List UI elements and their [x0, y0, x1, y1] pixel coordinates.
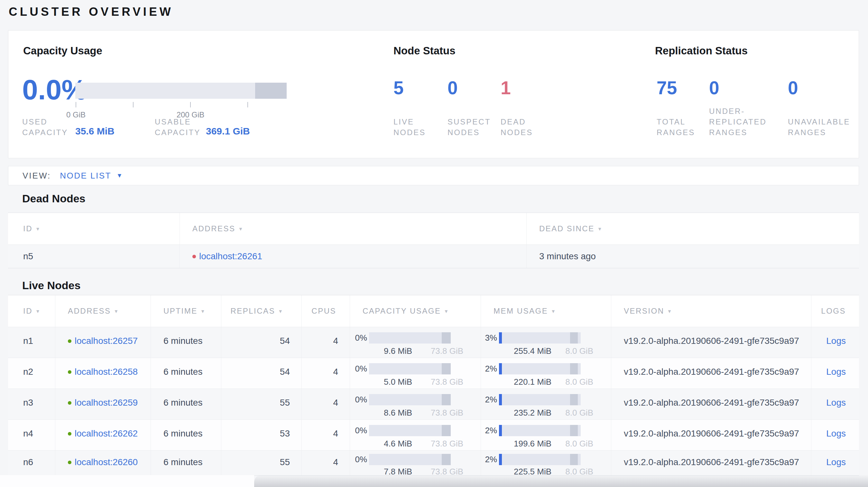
logs-link[interactable]: Logs [826, 397, 846, 408]
mem-usage-cell: 2% 235.2 MiB8.0 GiB [481, 389, 611, 419]
column-header-address[interactable]: ADDRESS▼ [180, 213, 527, 245]
mem-total-value: 8.0 GiB [565, 467, 593, 476]
dead-since-cell: 3 minutes ago [527, 245, 859, 268]
mem-used-value: 225.5 MiB [514, 467, 551, 476]
axis-tick [133, 102, 133, 107]
version-cell: v19.2.0-alpha.20190606-2491-gfe735c9a97 [611, 420, 811, 450]
cpus-cell: 4 [302, 420, 350, 450]
logs-cell: Logs [811, 451, 859, 476]
dead-nodes-table: ID▼ ADDRESS▼ DEAD SINCE▼ n5 localhost:26… [8, 213, 859, 268]
mem-used-value: 255.4 MiB [514, 346, 551, 356]
sort-arrow-icon: ▼ [278, 309, 283, 314]
usable-capacity-value: 369.1 GiB [206, 126, 250, 137]
node-address-link[interactable]: localhost:26262 [75, 428, 138, 439]
capacity-total-value: 73.8 GiB [431, 467, 463, 476]
suspect-nodes-label: SUSPECT NODES [447, 117, 491, 138]
node-address-link[interactable]: localhost:26257 [75, 336, 138, 346]
capacity-used-value: 9.6 MiB [384, 346, 412, 356]
capacity-used-value: 5.0 MiB [384, 377, 412, 387]
mem-percent: 2% [481, 426, 497, 435]
node-live-status-icon [68, 432, 71, 435]
column-header-id[interactable]: ID▼ [8, 295, 55, 327]
logs-link[interactable]: Logs [826, 428, 846, 439]
mem-percent: 2% [481, 395, 497, 404]
mem-usage-cell: 2% 225.5 MiB8.0 GiB [481, 451, 611, 476]
page-title: CLUSTER OVERVIEW [9, 5, 174, 19]
mem-usage-cell: 2% 199.6 MiB8.0 GiB [481, 420, 611, 450]
axis-tick [247, 102, 248, 107]
capacity-percent: 0% [350, 426, 367, 435]
column-header-cpus[interactable]: CPUS [302, 295, 350, 327]
dead-nodes-heading: Dead Nodes [22, 192, 86, 205]
column-header-version[interactable]: VERSION▼ [611, 295, 811, 327]
dead-nodes-header-row: ID▼ ADDRESS▼ DEAD SINCE▼ [8, 213, 859, 245]
capacity-usage-heading: Capacity Usage [23, 45, 102, 57]
unavailable-ranges-stat: 0 UNAVAILABLE RANGES [788, 79, 798, 138]
cpus-cell: 4 [302, 358, 350, 389]
node-address-cell: localhost:26259 [55, 389, 151, 419]
capacity-used-value: 4.6 MiB [384, 439, 412, 449]
live-nodes-count: 5 [394, 79, 404, 97]
mem-usage-bar [499, 363, 581, 375]
version-cell: v19.2.0-alpha.20190606-2491-gfe735c9a97 [611, 358, 811, 389]
capacity-total-value: 73.8 GiB [431, 439, 463, 449]
mem-usage-bar [499, 332, 581, 344]
node-dead-status-icon [192, 255, 196, 258]
capacity-usage-cell: 0% 4.6 MiB73.8 GiB [350, 420, 481, 450]
node-live-status-icon [68, 339, 71, 343]
column-header-uptime[interactable]: UPTIME▼ [151, 295, 221, 327]
capacity-usage-bar [369, 332, 451, 344]
logs-link[interactable]: Logs [826, 336, 846, 346]
node-address-link[interactable]: localhost:26260 [75, 457, 138, 467]
sort-arrow-icon: ▼ [551, 309, 556, 314]
live-nodes-heading: Live Nodes [22, 279, 81, 292]
sort-arrow-icon: ▼ [200, 309, 205, 314]
logs-link[interactable]: Logs [826, 367, 846, 377]
mem-percent: 2% [481, 455, 497, 464]
bottom-background [0, 475, 254, 487]
node-address-link[interactable]: localhost:26258 [75, 367, 138, 377]
logs-cell: Logs [811, 420, 859, 450]
node-address-link[interactable]: localhost:26259 [75, 397, 138, 408]
uptime-cell: 6 minutes [151, 389, 221, 419]
column-header-id[interactable]: ID▼ [8, 213, 180, 245]
table-row: n3 localhost:26259 6 minutes 55 4 0% 8.6… [8, 389, 859, 419]
live-nodes-stat: 5 LIVE NODES [394, 79, 404, 138]
node-status-heading: Node Status [394, 45, 456, 57]
mem-usage-cell: 3% 255.4 MiB8.0 GiB [481, 327, 611, 358]
bottom-edge-shadow [254, 475, 868, 487]
total-ranges-stat: 75 TOTAL RANGES [657, 79, 677, 138]
capacity-percent: 0% [350, 395, 367, 404]
mem-total-value: 8.0 GiB [565, 346, 593, 356]
axis-tick-label: 0 GiB [66, 110, 86, 119]
logs-link[interactable]: Logs [826, 457, 846, 467]
sort-arrow-icon: ▼ [114, 309, 119, 314]
column-header-capacity-usage[interactable]: CAPACITY USAGE▼ [350, 295, 481, 327]
sort-arrow-icon: ▼ [35, 309, 40, 314]
total-ranges-label: TOTAL RANGES [657, 117, 695, 138]
table-row: n1 localhost:26257 6 minutes 54 4 0% 9.6… [8, 327, 859, 358]
node-address-link[interactable]: localhost:26261 [199, 251, 262, 261]
under-replicated-ranges-label: UNDER- REPLICATED RANGES [709, 106, 767, 138]
column-header-dead-since[interactable]: DEAD SINCE▼ [527, 213, 859, 245]
cpus-cell: 4 [302, 389, 350, 419]
version-cell: v19.2.0-alpha.20190606-2491-gfe735c9a97 [611, 451, 811, 476]
node-id-cell: n6 [8, 451, 55, 476]
capacity-usage-bar [369, 363, 451, 375]
node-live-status-icon [68, 461, 71, 464]
uptime-cell: 6 minutes [151, 451, 221, 476]
column-header-replicas[interactable]: REPLICAS▼ [221, 295, 302, 327]
live-nodes-label: LIVE NODES [394, 117, 426, 138]
cpus-cell: 4 [302, 451, 350, 476]
uptime-cell: 6 minutes [151, 358, 221, 389]
capacity-usage-bar [75, 83, 287, 99]
live-nodes-table: ID▼ ADDRESS▼ UPTIME▼ REPLICAS▼ CPUS CAPA… [8, 295, 859, 476]
sort-arrow-icon: ▼ [238, 226, 243, 232]
column-header-mem-usage[interactable]: MEM USAGE▼ [481, 295, 611, 327]
node-address-cell: localhost:26262 [55, 420, 151, 450]
column-header-address[interactable]: ADDRESS▼ [55, 295, 151, 327]
view-dropdown[interactable]: NODE LIST [60, 171, 111, 181]
chevron-down-icon[interactable]: ▼ [117, 172, 123, 179]
node-live-status-icon [68, 401, 71, 404]
axis-tick [190, 102, 191, 107]
